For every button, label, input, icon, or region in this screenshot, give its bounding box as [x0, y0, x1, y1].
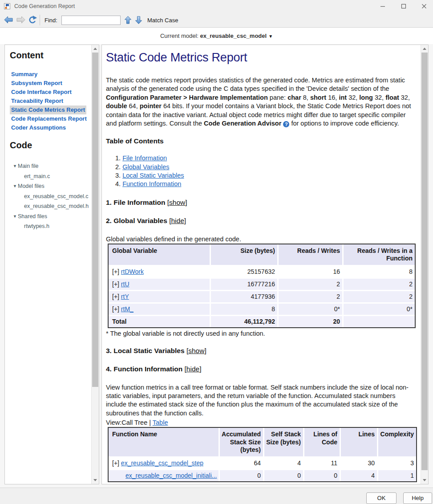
- value-cell: 0: [220, 470, 264, 481]
- row-name-cell: Total: [109, 316, 211, 327]
- tree-item-rtwtypes-h[interactable]: rtwtypes.h: [10, 221, 95, 232]
- report-title: Static Code Metrics Report: [106, 49, 420, 66]
- table-row: [+] rtDWork25157632168: [109, 266, 415, 279]
- tree-item-label: Main file: [18, 163, 39, 169]
- table-row: [+] rtY417793622: [109, 291, 415, 304]
- sidebar-link-code-replacements-report[interactable]: Code Replacements Report: [10, 114, 88, 123]
- close-button[interactable]: [417, 0, 432, 12]
- value-cell: 30: [341, 458, 378, 470]
- toc-number: 1.: [115, 154, 122, 162]
- variable-link-rty[interactable]: rtY: [121, 293, 129, 300]
- variable-link-ex-reusable-csc-model-step[interactable]: ex_reusable_csc_model_step: [121, 459, 203, 467]
- row-name-cell: [+] rtDWork: [109, 266, 211, 279]
- variable-link-rtdwork[interactable]: rtDWork: [121, 268, 144, 275]
- back-button[interactable]: [4, 16, 13, 26]
- footer-bar: OK Help: [0, 488, 433, 504]
- toggle-hide-link[interactable]: hide: [186, 365, 199, 373]
- report-content-panel: Static Code Metrics Report The static co…: [101, 45, 429, 484]
- current-model-name: ex_reusable_csc_model: [200, 33, 267, 39]
- tree-item-label: Shared files: [18, 213, 47, 219]
- content-scrollbar[interactable]: [421, 45, 428, 484]
- scrollbar-thumb[interactable]: [421, 53, 428, 470]
- model-dropdown-icon[interactable]: ▼: [268, 34, 273, 39]
- value-cell: 11: [304, 458, 341, 470]
- minimize-button[interactable]: [375, 0, 390, 12]
- value-cell: 25157632: [211, 266, 279, 279]
- sidebar-link-traceability-report[interactable]: Traceability Report: [10, 97, 65, 106]
- toggle-hide-link[interactable]: hide: [171, 217, 184, 224]
- scroll-down-button[interactable]: [92, 476, 99, 484]
- maximize-button[interactable]: [396, 0, 411, 12]
- table-row: [+] rtM_80*0*: [109, 304, 415, 316]
- toc-link-file-information[interactable]: File Information: [122, 154, 167, 162]
- toggle-show-link[interactable]: show: [169, 199, 185, 206]
- sidebar-link-static-code-metrics-report[interactable]: Static Code Metrics Report: [10, 106, 86, 114]
- sidebar-link-code-interface-report[interactable]: Code Interface Report: [10, 88, 73, 97]
- find-next-button[interactable]: [135, 16, 142, 26]
- scrollbar-thumb[interactable]: [92, 53, 98, 387]
- function-section-description: View function metrics in a call tree for…: [106, 383, 417, 418]
- sidebar-link-coder-assumptions[interactable]: Coder Assumptions: [10, 123, 67, 132]
- section-title: 2. Global Variables: [106, 217, 169, 224]
- toc-number: 3.: [115, 172, 122, 179]
- variable-link-rtu[interactable]: rtU: [121, 280, 129, 288]
- toc-number: 2.: [115, 163, 122, 171]
- table-row: [+] rtU1677721622: [109, 279, 415, 291]
- section-title: 1. File Information: [106, 199, 167, 206]
- tree-item-ex-reusable-csc-model-h[interactable]: ex_reusable_csc_model.h: [10, 201, 95, 211]
- expand-icon[interactable]: [+]: [112, 293, 121, 300]
- view-table-link[interactable]: Table: [153, 419, 168, 426]
- sidebar-scrollbar[interactable]: [91, 45, 99, 484]
- table-row: Total46,112,79220: [109, 316, 415, 327]
- scroll-up-button[interactable]: [421, 45, 428, 53]
- expand-icon[interactable]: [+]: [112, 280, 121, 288]
- row-name-cell: [+] rtM_: [109, 304, 211, 316]
- tree-item-model-files[interactable]: ▼Model files: [10, 181, 95, 191]
- table-of-contents: 1. File Information2. Global Variables3.…: [106, 154, 420, 188]
- view-separator: |: [147, 419, 153, 426]
- find-input[interactable]: [61, 16, 121, 25]
- scroll-up-button[interactable]: [92, 45, 99, 53]
- column-header: Function Name: [109, 428, 220, 458]
- current-model-bar: Current model: ex_reusable_csc_model▼: [0, 28, 433, 44]
- scroll-down-button[interactable]: [421, 476, 428, 484]
- table-row: [+] ex_reusable_csc_model_step64411303: [109, 458, 416, 470]
- variable-link-rtm-[interactable]: rtM_: [121, 305, 134, 313]
- toc-link-global-variables[interactable]: Global Variables: [122, 163, 169, 171]
- sidebar-link-summary[interactable]: Summary: [10, 70, 39, 79]
- ok-button[interactable]: OK: [366, 492, 397, 504]
- value-cell: 1: [378, 470, 416, 481]
- help-button[interactable]: Help: [403, 492, 432, 504]
- toggle-show-link[interactable]: show: [188, 347, 204, 354]
- find-previous-button[interactable]: [124, 16, 132, 26]
- view-call-tree-label: View:Call Tree: [106, 419, 147, 426]
- tree-item-shared-files[interactable]: ▼Shared files: [10, 211, 95, 222]
- app-icon: [4, 3, 11, 12]
- tree-item-main-file[interactable]: ▼Main file: [10, 161, 95, 171]
- forward-button[interactable]: [16, 16, 26, 26]
- tree-item-ert-main-c[interactable]: ert_main.c: [10, 171, 95, 182]
- expand-icon[interactable]: [+]: [112, 305, 121, 313]
- section-heading-local-static-variables: 3. Local Static Variables [show]: [106, 346, 420, 355]
- report-links: SummarySubsystem ReportCode Interface Re…: [10, 70, 95, 132]
- tree-item-ex-reusable-csc-model-c[interactable]: ex_reusable_csc_model.c: [10, 191, 95, 202]
- find-label: Find:: [45, 17, 57, 24]
- expand-icon[interactable]: [+]: [112, 459, 121, 467]
- refresh-button[interactable]: [28, 16, 37, 26]
- help-icon[interactable]: ?: [283, 121, 289, 127]
- value-cell: 46,112,792: [211, 316, 279, 327]
- view-switcher: View:Call Tree | Table: [106, 419, 420, 427]
- bracket: ]: [204, 347, 206, 354]
- toc-link-function-information[interactable]: Function Information: [122, 180, 181, 187]
- toc-link-local-static-variables[interactable]: Local Static Variables: [122, 172, 184, 179]
- collapse-triangle-icon[interactable]: ▼: [13, 181, 17, 191]
- column-header: Self Stack Size (bytes): [264, 428, 304, 458]
- match-case-toggle[interactable]: Match Case: [147, 17, 178, 24]
- collapse-triangle-icon[interactable]: ▼: [13, 211, 17, 222]
- sidebar-link-subsystem-report[interactable]: Subsystem Report: [10, 79, 64, 88]
- collapse-triangle-icon[interactable]: ▼: [13, 161, 17, 171]
- value-cell: 20: [279, 316, 344, 327]
- variable-link-ex-reusable-csc-model-initiali-[interactable]: ex_reusable_csc_model_initiali...: [125, 472, 217, 479]
- report-intro: The static code metrics report provides …: [106, 76, 417, 128]
- expand-icon[interactable]: [+]: [112, 268, 121, 275]
